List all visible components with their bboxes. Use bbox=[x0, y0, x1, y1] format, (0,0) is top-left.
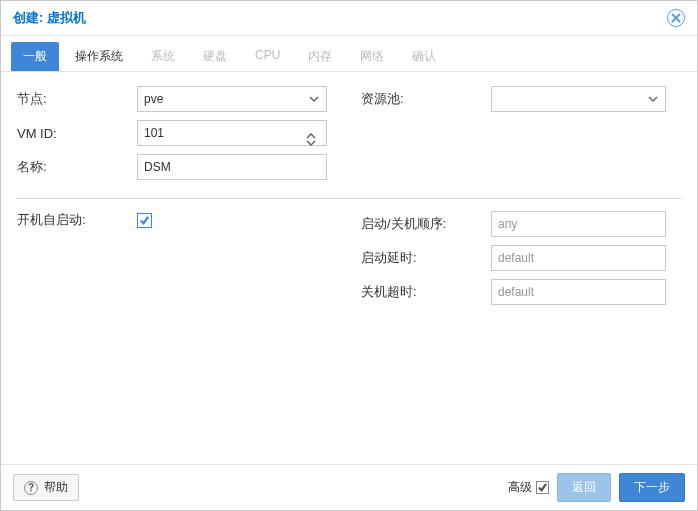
delay-label: 启动延时: bbox=[361, 249, 491, 267]
pool-select[interactable] bbox=[491, 86, 666, 112]
advanced-label: 高级 bbox=[508, 479, 532, 496]
order-value: any bbox=[498, 217, 659, 231]
tab-system: 系统 bbox=[139, 42, 187, 71]
advanced-toggle[interactable]: 高级 bbox=[508, 479, 549, 496]
tab-confirm: 确认 bbox=[400, 42, 448, 71]
autostart-label: 开机自启动: bbox=[17, 211, 137, 229]
question-icon: ? bbox=[24, 481, 38, 495]
delay-input[interactable]: default bbox=[491, 245, 666, 271]
vmid-input[interactable]: 101 bbox=[137, 120, 327, 146]
node-select[interactable]: pve bbox=[137, 86, 327, 112]
tab-general[interactable]: 一般 bbox=[11, 42, 59, 71]
shutdown-input[interactable]: default bbox=[491, 279, 666, 305]
vmid-label: VM ID: bbox=[17, 126, 137, 141]
order-label: 启动/关机顺序: bbox=[361, 215, 491, 233]
right-column-top: 资源池: bbox=[361, 86, 681, 188]
titlebar: 创建: 虚拟机 bbox=[1, 1, 697, 36]
separator bbox=[17, 198, 681, 199]
advanced-checkbox[interactable] bbox=[536, 481, 549, 494]
shutdown-value: default bbox=[498, 285, 659, 299]
help-label: 帮助 bbox=[44, 479, 68, 496]
name-input[interactable]: DSM bbox=[137, 154, 327, 180]
right-column-adv: 启动/关机顺序: any 启动延时: default bbox=[361, 211, 681, 313]
order-input[interactable]: any bbox=[491, 211, 666, 237]
close-icon[interactable] bbox=[667, 9, 685, 27]
left-column-adv: 开机自启动: bbox=[17, 211, 337, 313]
footer: ? 帮助 高级 返回 下一步 bbox=[1, 464, 697, 510]
node-label: 节点: bbox=[17, 90, 137, 108]
name-label: 名称: bbox=[17, 158, 137, 176]
shutdown-label: 关机超时: bbox=[361, 283, 491, 301]
tab-cpu: CPU bbox=[243, 42, 292, 71]
create-vm-dialog: 创建: 虚拟机 一般 操作系统 系统 硬盘 CPU 内存 网络 确认 节点: p… bbox=[0, 0, 698, 511]
help-button[interactable]: ? 帮助 bbox=[13, 474, 79, 501]
delay-value: default bbox=[498, 251, 659, 265]
dialog-title: 创建: 虚拟机 bbox=[13, 9, 86, 27]
tab-disk: 硬盘 bbox=[191, 42, 239, 71]
spinner-icon[interactable] bbox=[306, 127, 320, 140]
node-value: pve bbox=[144, 92, 308, 106]
content: 节点: pve VM ID: 101 bbox=[1, 72, 697, 464]
vmid-value: 101 bbox=[144, 126, 306, 140]
chevron-down-icon bbox=[308, 93, 320, 105]
back-button[interactable]: 返回 bbox=[557, 473, 611, 502]
autostart-checkbox[interactable] bbox=[137, 213, 152, 228]
next-button[interactable]: 下一步 bbox=[619, 473, 685, 502]
pool-label: 资源池: bbox=[361, 90, 491, 108]
tab-network: 网络 bbox=[348, 42, 396, 71]
left-column: 节点: pve VM ID: 101 bbox=[17, 86, 337, 188]
tab-os[interactable]: 操作系统 bbox=[63, 42, 135, 71]
tabs: 一般 操作系统 系统 硬盘 CPU 内存 网络 确认 bbox=[1, 36, 697, 72]
tab-memory: 内存 bbox=[296, 42, 344, 71]
name-value: DSM bbox=[144, 160, 320, 174]
chevron-down-icon bbox=[647, 93, 659, 105]
